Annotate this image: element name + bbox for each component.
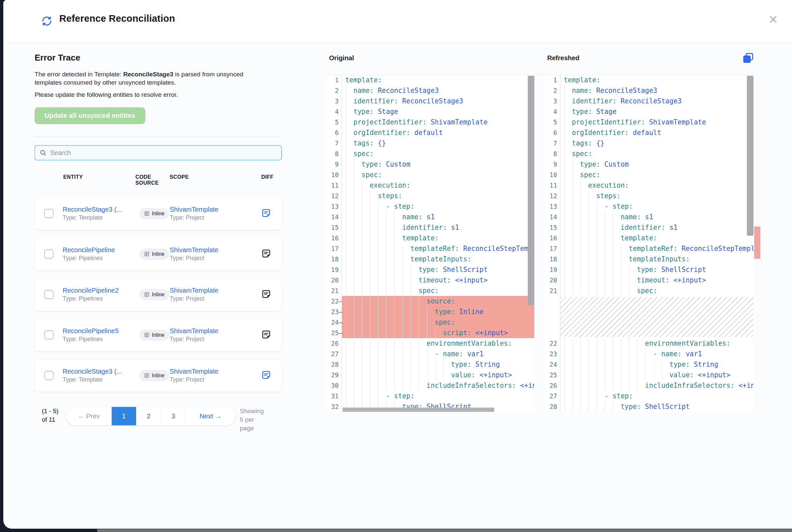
yaml-value: <+in — [734, 380, 753, 391]
yaml-key: spec: — [435, 317, 455, 327]
original-horizontal-scrollbar[interactable] — [343, 407, 494, 412]
row-checkbox[interactable] — [44, 330, 53, 339]
code-line: 31- step: — [326, 391, 534, 401]
code-line: 6orgIdentifier: default — [545, 128, 753, 138]
line-number: 1 — [326, 75, 342, 85]
diff-cell — [261, 370, 282, 381]
next-page-button[interactable]: Next → — [186, 407, 235, 425]
yaml-key: type: — [637, 264, 657, 275]
line-content: projectIdentifier: ShivamTemplate — [560, 117, 753, 128]
inline-icon — [144, 332, 150, 338]
yaml-key: projectIdentifier: — [353, 117, 427, 128]
yaml-value: default — [410, 128, 443, 138]
yaml-value: var1 — [463, 349, 484, 359]
code-line: 11execution: — [326, 180, 534, 191]
row-checkbox[interactable] — [44, 249, 53, 259]
search-input[interactable] — [50, 149, 277, 157]
diff-cell — [261, 208, 282, 219]
page-1-button[interactable]: 1 — [112, 407, 136, 425]
original-vertical-scrollbar[interactable] — [528, 76, 534, 305]
diff-document-icon — [261, 329, 271, 339]
line-number: 21 — [545, 285, 560, 296]
scope-type-label: Type: Project — [170, 295, 261, 302]
yaml-key: type: — [418, 264, 439, 275]
yaml-value: ShellScript — [641, 401, 690, 412]
yaml-key: timeout: — [418, 275, 451, 285]
scope-link[interactable]: ShivamTemplate — [170, 368, 261, 375]
indent-guides — [564, 349, 653, 359]
line-content: name: ReconcileStage3 — [560, 85, 753, 96]
code-line: 9type: Custom — [326, 159, 534, 170]
refreshed-vertical-scrollbar[interactable] — [747, 76, 753, 236]
table-header-row: ENTITY CODE SOURCE SCOPE DIFF — [63, 174, 285, 186]
row-checkbox[interactable] — [44, 371, 53, 380]
row-checkbox[interactable] — [44, 290, 53, 299]
row-checkbox[interactable] — [44, 209, 53, 218]
indent-guides — [564, 380, 645, 391]
code-source-badge: Inline — [140, 249, 169, 260]
view-diff-button[interactable] — [261, 370, 271, 381]
indent-guides — [564, 117, 572, 128]
yaml-key: type: — [621, 401, 641, 412]
indent-guides — [564, 180, 588, 191]
code-line: 8spec: — [545, 149, 753, 159]
yaml-value: String — [690, 359, 718, 370]
inline-icon — [144, 251, 150, 257]
line-number: 32 — [326, 401, 342, 412]
indent-guides — [564, 106, 572, 117]
entity-link[interactable]: ReconcilePipeline — [62, 246, 140, 254]
yaml-value: Stage — [374, 106, 398, 117]
table-row[interactable]: ReconcileStage3 (... Type: Template Inli… — [35, 197, 282, 230]
line-content: templateInputs: — [560, 254, 753, 264]
view-diff-button[interactable] — [261, 289, 271, 300]
table-row[interactable]: ReconcilePipeline5 Type: Pipelines Inlin… — [35, 319, 282, 351]
copy-icon[interactable] — [742, 52, 754, 64]
table-row[interactable]: ReconcilePipeline Type: Pipelines Inline… — [35, 238, 282, 270]
yaml-key: template: — [402, 233, 439, 243]
close-icon[interactable] — [768, 14, 779, 25]
yaml-key: name: — [621, 212, 641, 222]
page-horizontal-scrollbar[interactable] — [97, 529, 792, 532]
line-number: 27 — [326, 349, 342, 359]
code-line: 20timeout: <+input> — [545, 275, 753, 285]
indent-guides — [345, 96, 353, 106]
yaml-key: templateRef: — [410, 243, 459, 254]
entity-link[interactable]: ReconcilePipeline5 — [62, 327, 140, 335]
line-content: projectIdentifier: ShivamTemplate — [342, 117, 534, 128]
view-diff-button[interactable] — [261, 208, 271, 219]
view-diff-button[interactable] — [261, 249, 271, 260]
yaml-value: <+input> — [475, 370, 512, 380]
prev-page-button[interactable]: ← Prev — [66, 407, 112, 425]
yaml-key: identifier: — [572, 96, 617, 106]
scope-link[interactable]: ShivamTemplate — [170, 246, 261, 254]
entity-cell: ReconcilePipeline5 Type: Pipelines — [62, 327, 140, 343]
entity-link[interactable]: ReconcileStage3 (... — [62, 206, 140, 213]
scope-link[interactable]: ShivamTemplate — [170, 206, 261, 213]
scope-link[interactable]: ShivamTemplate — [170, 327, 261, 335]
code-line: 21spec: — [326, 285, 534, 296]
indent-guides — [564, 222, 621, 233]
page-2-button[interactable]: 2 — [136, 407, 161, 425]
line-number: 11 — [545, 180, 560, 191]
entity-link[interactable]: ReconcilePipeline2 — [62, 287, 140, 294]
yaml-value: s1 — [641, 212, 653, 222]
table-row[interactable]: ReconcileStage3 (... Type: Template Inli… — [35, 359, 282, 392]
indent-guides — [345, 264, 418, 275]
line-number: 17 — [326, 243, 342, 254]
view-diff-button[interactable] — [261, 329, 271, 340]
header-entity: ENTITY — [63, 174, 135, 186]
line-number: 29 — [326, 370, 342, 380]
update-all-unsynced-entities-button[interactable]: Update all unsynced entities — [35, 107, 145, 124]
line-content: name: s1 — [342, 212, 534, 222]
page-3-button[interactable]: 3 — [161, 407, 186, 425]
table-row[interactable]: ReconcilePipeline2 Type: Pipelines Inlin… — [35, 278, 282, 311]
search-box[interactable] — [35, 145, 282, 160]
entity-link[interactable]: ReconcileStage3 (... — [62, 368, 140, 375]
code-line: 12steps: — [545, 191, 753, 201]
yaml-key: spec: — [637, 285, 657, 296]
scope-link[interactable]: ShivamTemplate — [170, 287, 261, 294]
sync-icon — [40, 15, 53, 27]
scope-cell: ShivamTemplate Type: Project — [170, 368, 261, 383]
indent-guides — [564, 264, 637, 275]
line-content: execution: — [560, 180, 753, 191]
